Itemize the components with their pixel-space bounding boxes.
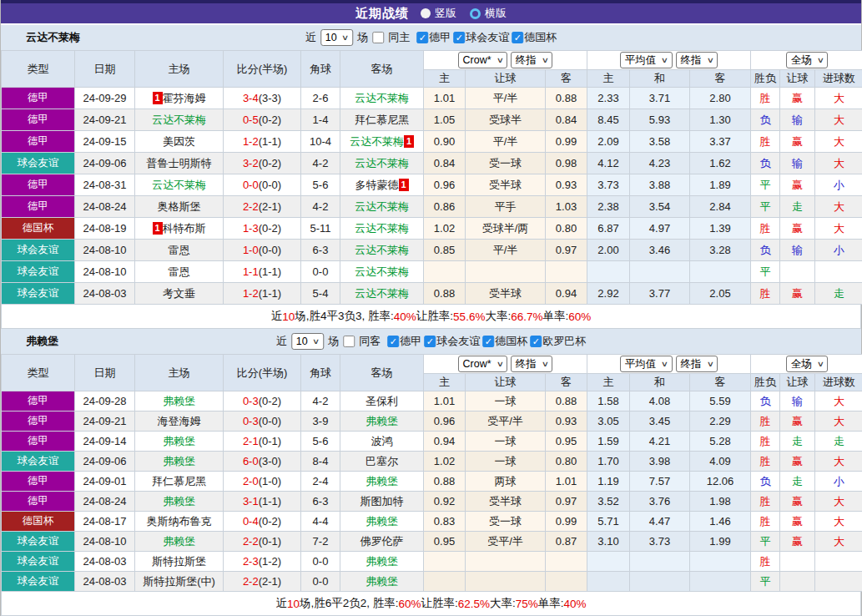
home-team-cell: 1科特布斯 <box>135 218 224 240</box>
away-team-cell: 多特蒙德1 <box>340 174 424 196</box>
score-cell: 1-0(0-0) <box>224 240 301 261</box>
average-odds-cell: 3.10 <box>587 532 630 552</box>
handicap-odds-cell: 两球 <box>466 472 546 492</box>
result-cell: 赢 <box>780 412 815 432</box>
score-cell: 1-2(1-1) <box>224 131 301 153</box>
handicap-odds-cell <box>424 572 466 592</box>
bookmaker-select-1[interactable]: Crow*∨ <box>458 356 508 372</box>
vertical-layout-label: 竖版 <box>435 6 456 21</box>
date-cell: 24-09-29 <box>75 88 135 109</box>
team-title-0: 云达不莱梅 <box>26 30 80 45</box>
handicap-odds-cell: 0.84 <box>546 109 587 131</box>
result-cell: 输 <box>780 153 815 174</box>
team-name: 弗赖堡 <box>163 495 195 507</box>
league-checkbox[interactable]: ✓ <box>453 32 465 43</box>
league-filters-1: ✓德甲✓球会友谊✓德国杯✓欧罗巴杯 <box>385 334 586 349</box>
handicap-odds-cell: 0.80 <box>546 452 587 472</box>
score-cell: 2-2(2-1) <box>224 572 301 592</box>
bookmaker-select-0[interactable]: Crow*∨ <box>458 52 508 68</box>
average-odds-cell: 4.09 <box>690 452 751 472</box>
handicap-odds-cell: 1.02 <box>424 452 466 472</box>
league-checkbox[interactable]: ✓ <box>482 336 494 347</box>
col-score: 比分(半场) <box>224 51 301 88</box>
team-name: 弗赖堡 <box>163 455 195 467</box>
handicap-odds-cell: 0.99 <box>546 512 587 532</box>
average-odds-cell: 6.87 <box>587 218 630 240</box>
corner-cell: 6-3 <box>301 240 340 261</box>
league-checkbox[interactable]: ✓ <box>387 336 399 347</box>
fulltime-select-0[interactable]: 全场∨ <box>786 52 829 68</box>
col-home: 主场 <box>135 355 224 391</box>
final-odds-select-1b[interactable]: 终指∨ <box>676 356 718 372</box>
horizontal-layout-radio[interactable]: 横版 <box>470 6 507 21</box>
fulltime-select-1[interactable]: 全场∨ <box>786 356 829 372</box>
col-crow-home: 主 <box>424 374 466 391</box>
corner-cell: 2-6 <box>301 88 340 109</box>
same-venue-checkbox-0[interactable] <box>372 32 384 43</box>
league-type-cell: 德甲 <box>2 391 75 412</box>
league-type-cell: 德甲 <box>2 109 75 131</box>
summary-segment: 近 <box>275 596 287 611</box>
average-odds-cell: 2.05 <box>690 283 751 305</box>
home-team-cell: 拜仁慕尼黑 <box>135 472 224 492</box>
team-name: 多特蒙德 <box>355 179 399 191</box>
league-checkbox[interactable]: ✓ <box>416 32 428 43</box>
team-name: 弗赖堡 <box>365 515 398 528</box>
match-row: 球会友谊24-08-10弗赖堡2-2(0-1)7-2佛罗伦萨0.95受平/半0.… <box>2 532 862 552</box>
result-cell: 走 <box>815 283 862 305</box>
final-odds-select-1a[interactable]: 终指∨ <box>511 356 553 372</box>
col-away: 客场 <box>340 355 424 391</box>
match-row: 球会友谊24-08-10雷恩1-0(0-0)6-3云达不莱梅0.85平/半0.9… <box>2 240 862 261</box>
away-team-cell: 云达不莱梅1 <box>340 131 424 153</box>
handicap-odds-cell: 0.93 <box>546 412 587 432</box>
home-team-cell: 雷恩 <box>135 240 224 261</box>
result-cell: 输 <box>780 240 815 261</box>
average-select-0[interactable]: 平均值∨ <box>620 52 673 68</box>
match-table-0: 类型 日期 主场 比分(半场) 角球 客场 Crow*∨ 终指∨ 平均值∨ 终指… <box>1 50 862 305</box>
match-row: 球会友谊24-08-03斯特拉斯堡(中)2-2(2-1)0-0弗赖堡平 <box>2 572 862 592</box>
handicap-odds-cell: 一球 <box>466 452 546 472</box>
average-odds-cell: 5.28 <box>690 432 751 452</box>
red-card-badge: 1 <box>399 179 409 191</box>
summary-segment: 单率: <box>538 596 564 611</box>
away-team-cell: 云达不莱梅 <box>340 261 424 283</box>
average-odds-cell: 5.71 <box>587 512 630 532</box>
league-checkbox[interactable]: ✓ <box>512 32 523 43</box>
league-type-cell: 球会友谊 <box>2 532 75 552</box>
average-odds-cell: 1.30 <box>690 109 751 131</box>
handicap-odds-cell: 平手 <box>466 196 546 218</box>
col-goals: 进球数 <box>815 70 862 88</box>
league-type-cell: 球会友谊 <box>2 283 75 305</box>
vertical-layout-radio[interactable]: 竖版 <box>421 6 456 21</box>
final-odds-select-0b[interactable]: 终指∨ <box>676 52 718 68</box>
final-odds-select-0a[interactable]: 终指∨ <box>511 52 553 68</box>
handicap-odds-cell: 1.01 <box>546 472 587 492</box>
col-handicap-result: 让球 <box>780 70 815 88</box>
average-odds-cell: 3.58 <box>630 131 690 153</box>
team-name: 拜仁慕尼黑 <box>152 475 206 487</box>
handicap-odds-cell: 0.96 <box>424 412 466 432</box>
handicap-odds-cell: 平/半 <box>466 240 546 261</box>
near-label: 近 <box>305 30 316 45</box>
handicap-odds-cell: 0.80 <box>546 218 587 240</box>
summary-segment: 大率: <box>490 596 516 611</box>
match-row: 德甲24-08-31云达不莱梅0-0(0-0)5-6多特蒙德10.96受半球0.… <box>2 174 862 196</box>
average-select-1[interactable]: 平均值∨ <box>620 356 673 372</box>
match-count-select-0[interactable]: 10∨ <box>320 29 354 46</box>
team-name: 弗赖堡 <box>163 435 195 447</box>
result-cell: 大 <box>815 412 862 432</box>
result-cell: 走 <box>780 472 815 492</box>
match-count-select-1[interactable]: 10∨ <box>291 333 325 350</box>
same-venue-checkbox-1[interactable] <box>343 336 355 347</box>
league-checkbox[interactable]: ✓ <box>530 336 542 347</box>
home-team-cell: 弗赖堡 <box>135 452 224 472</box>
league-checkbox[interactable]: ✓ <box>424 336 436 347</box>
match-row: 德甲24-09-01拜仁慕尼黑2-0(1-0)2-4弗赖堡0.88两球1.011… <box>2 472 862 492</box>
team-name: 奥斯纳布鲁克 <box>147 515 212 528</box>
result-cell: 小 <box>815 174 862 196</box>
average-odds-cell: 3.05 <box>587 412 630 432</box>
handicap-odds-cell <box>546 261 587 283</box>
average-odds-cell: 1.58 <box>587 391 630 412</box>
date-cell: 24-09-06 <box>75 153 135 174</box>
col-type: 类型 <box>2 355 75 391</box>
